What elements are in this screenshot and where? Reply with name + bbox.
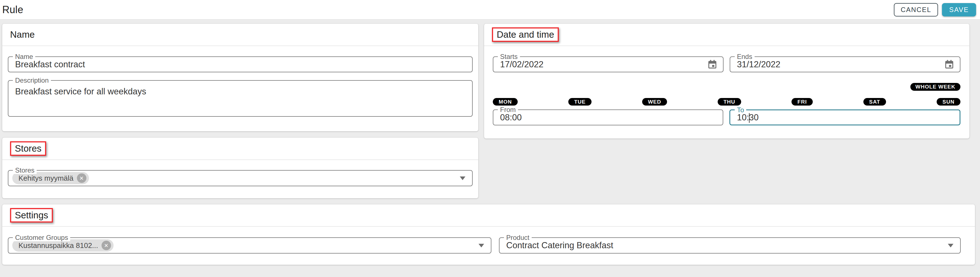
date-time-card-header: Date and time: [484, 24, 969, 46]
description-field-value: Breakfast service for all weekdays: [8, 81, 472, 103]
stores-chip-label: Kehitys myymälä: [19, 174, 73, 183]
product-value: Contract Catering Breakfast: [506, 241, 613, 250]
dropdown-arrow-icon[interactable]: [479, 244, 484, 247]
stores-card-header: Stores: [2, 138, 478, 160]
from-field-value: 08:00: [500, 112, 522, 123]
description-field-label: Description: [13, 77, 51, 84]
save-button[interactable]: SAVE: [942, 3, 976, 16]
customer-groups-label: Customer Groups: [13, 234, 70, 241]
settings-card: Settings Customer Groups Kustannuspaikka…: [2, 204, 975, 265]
customer-groups-select[interactable]: Customer Groups Kustannuspaikka 8102... …: [8, 237, 492, 253]
name-field[interactable]: Name Breakfast contract: [8, 56, 473, 72]
starts-datepicker-button[interactable]: [707, 59, 718, 70]
name-card-header: Name: [2, 24, 478, 46]
stores-select[interactable]: Stores Kehitys myymälä ✕: [8, 170, 473, 186]
name-card-title: Name: [10, 29, 35, 40]
settings-card-header: Settings: [2, 204, 975, 227]
dropdown-arrow-icon[interactable]: [460, 176, 465, 180]
starts-field-label: Starts: [498, 53, 520, 60]
starts-date-field[interactable]: Starts 17/02/2022: [493, 56, 724, 72]
date-time-card-title: Date and time: [497, 29, 554, 40]
dropdown-arrow-icon[interactable]: [948, 244, 953, 247]
description-field[interactable]: Description Breakfast service for all we…: [8, 80, 473, 117]
stores-card-title: Stores: [15, 143, 41, 154]
settings-card-title: Settings: [15, 210, 48, 220]
ends-datepicker-button[interactable]: [943, 59, 955, 70]
name-field-value: Breakfast contract: [15, 60, 85, 70]
settings-annotation-box: Settings: [10, 208, 53, 223]
to-time-field[interactable]: To 10:30: [729, 109, 961, 125]
day-chip-wed[interactable]: WED: [642, 98, 667, 106]
calendar-icon: [707, 59, 718, 70]
product-label: Product: [504, 234, 532, 241]
chip-remove-icon[interactable]: ✕: [77, 173, 86, 183]
calendar-icon: [944, 59, 955, 70]
day-chip-sun[interactable]: SUN: [937, 98, 961, 106]
chip-remove-icon[interactable]: ✕: [102, 241, 111, 250]
day-chip-thu[interactable]: THU: [718, 98, 741, 106]
stores-select-label: Stores: [13, 167, 37, 174]
ends-field-value: 31/12/2022: [737, 60, 780, 70]
from-time-field[interactable]: From 08:00: [493, 109, 723, 125]
content-area: Name Name Breakfast contract Description…: [0, 19, 980, 277]
day-chip-sat[interactable]: SAT: [863, 98, 886, 106]
name-card: Name Name Breakfast contract Description…: [2, 24, 478, 131]
ends-date-field[interactable]: Ends 31/12/2022: [730, 56, 961, 72]
to-field-value: 10:30: [737, 112, 759, 123]
page-title: Rule: [2, 4, 23, 16]
whole-week-chip[interactable]: WHOLE WEEK: [910, 83, 961, 91]
day-chip-tue[interactable]: TUE: [568, 98, 592, 106]
stores-annotation-box: Stores: [10, 141, 46, 156]
customer-groups-chip-label: Kustannuspaikka 8102...: [19, 241, 98, 250]
stores-card: Stores Stores Kehitys myymälä ✕: [2, 138, 478, 198]
to-field-label: To: [735, 106, 746, 114]
date-time-card: Date and time Starts 17/02/2022: [484, 24, 969, 138]
top-bar: Rule CANCEL SAVE: [0, 0, 980, 19]
weekday-chips-row: MON TUE WED THU FRI SAT SUN: [493, 98, 961, 106]
starts-field-value: 17/02/2022: [500, 60, 543, 70]
date-time-annotation-box: Date and time: [492, 27, 559, 42]
text-caret: [749, 113, 749, 123]
name-field-label: Name: [13, 53, 35, 60]
day-chip-fri[interactable]: FRI: [792, 98, 813, 106]
cancel-button[interactable]: CANCEL: [894, 3, 938, 16]
ends-field-label: Ends: [735, 53, 754, 60]
day-chip-mon[interactable]: MON: [493, 98, 518, 106]
product-select[interactable]: Product Contract Catering Breakfast: [499, 237, 961, 253]
from-field-label: From: [498, 106, 518, 113]
